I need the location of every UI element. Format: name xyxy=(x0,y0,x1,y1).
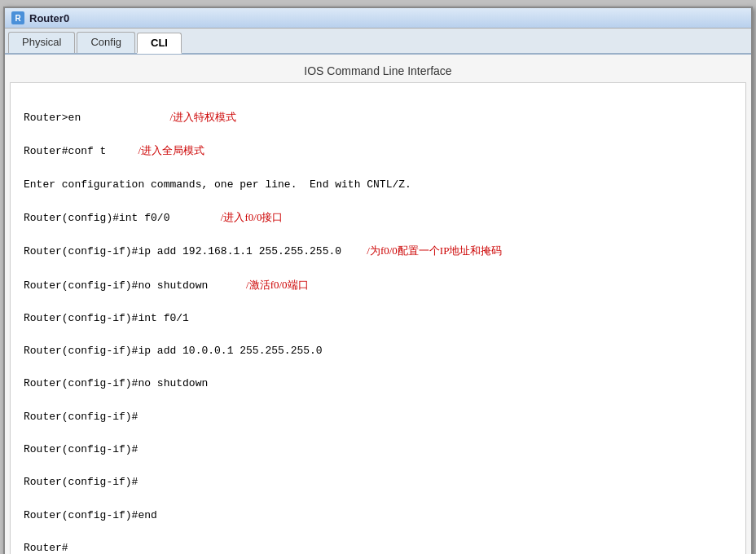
terminal-line-9: Router(config-if)#no shutdown xyxy=(24,376,732,392)
terminal-line-12: Router(config-if)# xyxy=(24,474,732,490)
tab-bar: Physical Config CLI xyxy=(5,29,751,55)
terminal-line-3: Enter configuration commands, one per li… xyxy=(24,177,732,193)
app-icon: R xyxy=(11,11,24,24)
terminal-line-4: Router(config)#int f0/0 /进入f0/0接口 xyxy=(24,209,732,226)
comment-2: /进入全局模式 xyxy=(138,144,204,156)
terminal-line-10: Router(config-if)# xyxy=(24,409,732,425)
window-title: Router0 xyxy=(29,12,69,24)
terminal-line-11: Router(config-if)# xyxy=(24,442,732,458)
cli-title: IOS Command Line Interface xyxy=(10,59,746,82)
terminal-line-6: Router(config-if)#no shutdown /激活f0/0端口 xyxy=(24,277,732,294)
terminal-line-8: Router(config-if)#ip add 10.0.0.1 255.25… xyxy=(24,343,732,359)
comment-4: /进入f0/0接口 xyxy=(221,211,284,223)
terminal-line-5: Router(config-if)#ip add 192.168.1.1 255… xyxy=(24,243,732,260)
comment-5: /为f0/0配置一个IP地址和掩码 xyxy=(367,244,502,257)
terminal-line-7: Router(config-if)#int f0/1 xyxy=(24,310,732,327)
terminal[interactable]: Router>en /进入特权模式 Router#conf t /进入全局模式 … xyxy=(10,82,746,554)
tab-physical[interactable]: Physical xyxy=(8,32,75,53)
terminal-line-1: Router>en /进入特权模式 xyxy=(24,109,732,126)
main-content: IOS Command Line Interface Router>en /进入… xyxy=(5,55,751,554)
title-bar: R Router0 xyxy=(5,8,751,29)
tab-config[interactable]: Config xyxy=(77,32,135,53)
tab-cli[interactable]: CLI xyxy=(137,33,182,54)
terminal-line-2: Router#conf t /进入全局模式 xyxy=(24,143,732,160)
comment-1: /进入特权模式 xyxy=(169,111,236,123)
router-window: R Router0 Physical Config CLI IOS Comman… xyxy=(3,7,753,554)
terminal-line-14: Router# xyxy=(24,540,732,554)
comment-6: /激活f0/0端口 xyxy=(246,279,309,291)
terminal-line-13: Router(config-if)#end xyxy=(24,508,732,524)
